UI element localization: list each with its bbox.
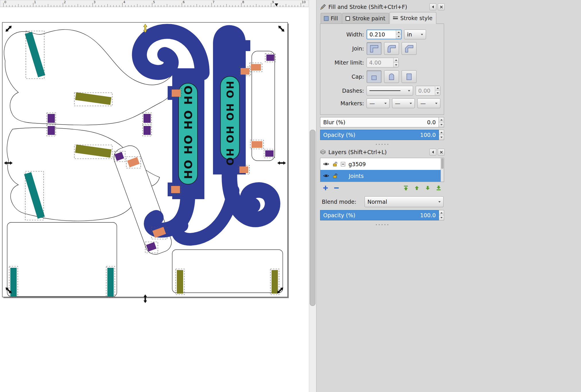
lower-layer-to-bottom-button[interactable] — [434, 184, 443, 192]
add-layer-button[interactable] — [321, 184, 330, 192]
remove-layer-button[interactable] — [332, 184, 341, 192]
miter-limit-input[interactable]: 4.00 — [367, 58, 399, 67]
layers-dock-collapse-button[interactable] — [429, 149, 436, 156]
ho-capsule-right[interactable]: HO HO HO HO — [220, 76, 239, 166]
opacity-row: Opacity (%) 100.0 — [320, 130, 444, 140]
blend-mode-select[interactable]: Normal — [365, 196, 444, 207]
olive-joint-panel-1 — [177, 270, 183, 294]
bottom-right-panel-outline[interactable] — [172, 250, 283, 293]
dash-offset-spin-up[interactable] — [435, 86, 440, 91]
layer-list: g3509 Joints — [320, 158, 444, 182]
butt-cap-icon — [369, 72, 379, 81]
purple-joint-1 — [48, 114, 55, 123]
raise-layer-button[interactable] — [412, 184, 421, 192]
marker-start-value: — — [369, 100, 375, 106]
stroke-width-spin-down[interactable] — [396, 34, 401, 39]
cap-round-button[interactable] — [384, 70, 399, 83]
layer-opacity-row: Opacity (%) 100.0 — [320, 210, 444, 220]
dock-resize-grip[interactable] — [318, 223, 446, 227]
layers-toolbar — [318, 182, 446, 193]
blur-spin-up[interactable] — [439, 117, 444, 122]
ruler-unit-number: 8 — [242, 0, 244, 4]
miter-limit-spin-down[interactable] — [394, 63, 398, 67]
marker-end-select[interactable]: — — [417, 98, 440, 108]
markers-label: Markers: — [324, 100, 364, 106]
drawing-canvas[interactable]: HO HO HO HO HO HO HO HO — [0, 0, 309, 392]
raise-layer-to-top-button[interactable] — [402, 184, 410, 192]
opacity-value: 100.0 — [420, 132, 436, 138]
dash-offset-value: 0.00 — [416, 86, 435, 95]
chevron-down-icon — [384, 103, 387, 104]
visibility-eye-icon[interactable] — [323, 174, 329, 178]
ruler-unit-number: 5 — [153, 0, 155, 4]
width-unit-value: in — [407, 31, 412, 38]
dash-pattern-select[interactable] — [367, 86, 413, 96]
dock-collapse-button[interactable] — [429, 3, 436, 10]
fill-stroke-close-button[interactable] — [438, 3, 445, 10]
teal-joint-panel-2 — [107, 268, 114, 296]
tab-fill-label: Fill — [331, 15, 338, 22]
layer-row-joints[interactable]: Joints — [320, 170, 444, 182]
tab-fill[interactable]: Fill — [321, 13, 342, 24]
ruler-unit-number: 3 — [94, 0, 96, 4]
tab-stroke-style[interactable]: Stroke style — [390, 12, 436, 24]
grip-dots — [375, 224, 390, 225]
cap-butt-button[interactable] — [367, 70, 381, 83]
layers-titlebar: Layers (Shift+Ctrl+L) — [318, 147, 446, 157]
tab-stroke-paint[interactable]: Stroke paint — [342, 13, 389, 24]
lower-layer-button[interactable] — [423, 184, 432, 192]
layer-row-group[interactable]: g3509 — [320, 158, 444, 170]
square-cap-icon — [404, 72, 414, 81]
blur-spin-down[interactable] — [439, 122, 444, 127]
stroke-width-input[interactable]: 0.210 — [367, 30, 402, 39]
blur-slider[interactable]: Blur (%) 0.0 — [320, 117, 439, 127]
horizontal-ruler[interactable]: 012345678910 — [0, 0, 309, 7]
join-miter-button[interactable] — [367, 42, 381, 55]
join-round-button[interactable] — [384, 42, 399, 55]
dock-resize-grip[interactable] — [318, 142, 446, 146]
layer-list-scrollbar[interactable] — [441, 158, 444, 182]
purple-joint-4 — [144, 126, 151, 135]
fill-stroke-tabs: Fill Stroke paint Stroke style — [321, 13, 446, 24]
layer-opacity-spin-up[interactable] — [439, 210, 444, 215]
fill-stroke-titlebar: Fill and Stroke (Shift+Ctrl+F) — [318, 2, 446, 12]
bottom-left-panel-outline[interactable] — [7, 222, 117, 296]
blend-mode-label: Blend mode: — [321, 199, 362, 205]
expander-collapse-icon[interactable] — [341, 162, 345, 166]
unlock-icon[interactable] — [332, 162, 338, 166]
miter-join-icon — [369, 44, 379, 53]
canvas-viewport[interactable]: HO HO HO HO HO HO HO HO — [0, 0, 309, 392]
stroke-width-spin-up[interactable] — [396, 30, 401, 34]
dash-offset-spin-down[interactable] — [435, 91, 440, 96]
round-join-icon — [387, 44, 396, 53]
chevron-down-icon — [408, 90, 410, 92]
layer-list-scrollbar-thumb[interactable] — [441, 158, 444, 169]
dash-offset-input[interactable]: 0.00 — [416, 86, 440, 96]
ruler-unit-number: 7 — [212, 0, 214, 4]
tab-stroke-style-label: Stroke style — [400, 15, 432, 21]
cap-square-button[interactable] — [402, 70, 417, 83]
layer-opacity-spin-down[interactable] — [439, 215, 444, 220]
opacity-spin-down[interactable] — [439, 135, 444, 140]
visibility-eye-icon[interactable] — [323, 162, 329, 166]
layer-opacity-label: Opacity (%) — [323, 212, 355, 218]
layer-opacity-slider[interactable]: Opacity (%) 100.0 — [320, 210, 439, 220]
canvas-vertical-scrollbar[interactable] — [309, 0, 316, 392]
salmon-joint-right-2 — [251, 64, 261, 71]
round-cap-icon — [387, 72, 396, 81]
marker-start-select[interactable]: — — [367, 98, 390, 108]
arrow-up-icon — [414, 185, 420, 191]
opacity-slider[interactable]: Opacity (%) 100.0 — [320, 130, 439, 140]
ho-capsule-left[interactable]: HO HO HO HO — [179, 83, 197, 184]
opacity-spin-up[interactable] — [439, 130, 444, 135]
join-bevel-button[interactable] — [402, 42, 417, 55]
layers-close-button[interactable] — [438, 149, 445, 156]
miter-limit-spin-up[interactable] — [394, 58, 398, 63]
raise-to-top-icon — [403, 185, 409, 191]
unlock-icon[interactable] — [332, 173, 338, 178]
plus-icon — [323, 185, 328, 191]
fill-stroke-dialog-icon — [319, 3, 326, 10]
width-unit-select[interactable]: in — [404, 30, 426, 39]
scrollbar-thumb[interactable] — [310, 130, 315, 306]
marker-mid-select[interactable]: — — [392, 98, 415, 108]
